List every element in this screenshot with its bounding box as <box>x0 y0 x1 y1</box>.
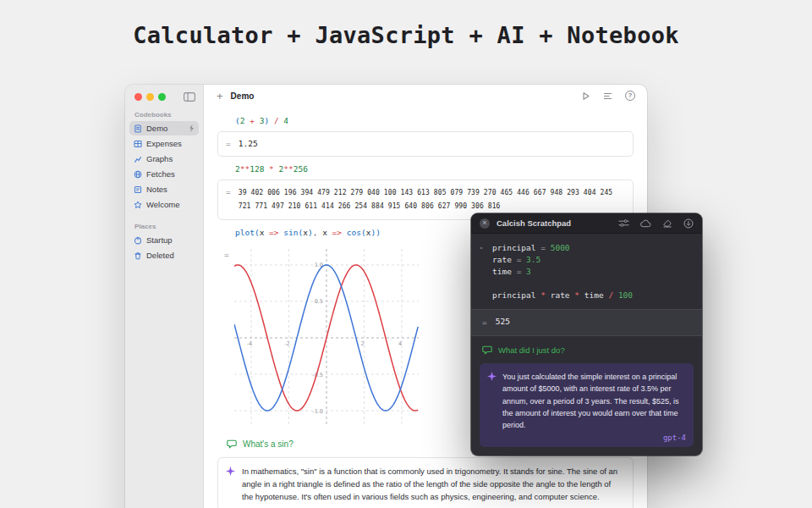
scratchpad-result-value: 525 <box>496 317 510 329</box>
sidebar-item-label: Deleted <box>146 251 195 260</box>
sidebar-item-fetches[interactable]: Fetches <box>129 167 199 181</box>
equals-sign: = <box>224 249 229 261</box>
scratchpad-code-line: principal = 5000 <box>492 242 570 254</box>
sidebar: Codebooks Demo Expenses <box>125 85 204 508</box>
sidebar-item-welcome[interactable]: Welcome <box>129 197 199 212</box>
sidebar-item-label: Expenses <box>146 139 195 148</box>
sidebar-toggle-icon[interactable] <box>184 92 195 102</box>
equals-sign: = <box>226 138 231 150</box>
model-badge: gpt-4 <box>502 433 686 442</box>
table-icon <box>134 140 142 148</box>
scratchpad-question[interactable]: What did I just do? <box>482 345 691 355</box>
sliders-icon[interactable] <box>618 218 629 228</box>
sidebar-item-label: Welcome <box>146 200 195 209</box>
sidebar-item-notes[interactable]: Notes <box>129 182 199 196</box>
scratchpad-result: = 525 <box>471 309 702 336</box>
plot-svg: -4-2241.00.5-0.5-1.0 <box>234 249 419 427</box>
question-text: What's a sin? <box>243 439 294 449</box>
svg-text:2: 2 <box>360 340 364 347</box>
scratchpad-question-text: What did I just do? <box>498 345 565 355</box>
sidebar-item-demo[interactable]: Demo <box>129 121 199 135</box>
note-icon <box>134 185 142 194</box>
result-value: 39 402 006 196 394 479 212 279 040 100 1… <box>239 186 624 213</box>
sidebar-item-startup[interactable]: Startup <box>129 233 199 247</box>
trash-icon <box>134 251 142 260</box>
zoom-window-button[interactable] <box>158 93 166 101</box>
scratchpad-code-line: rate = 3.5 <box>492 254 540 266</box>
sidebar-item-expenses[interactable]: Expenses <box>129 136 199 151</box>
result-cell: = 1.25 <box>217 131 634 157</box>
page-title: Calculator + JavaScript + AI + Notebook <box>0 22 812 48</box>
scratchpad-editor[interactable]: ▸ principal = 5000 rate = 3.5 time = 3 p… <box>471 234 702 456</box>
result-value: 1.25 <box>239 138 258 150</box>
window-controls <box>125 85 203 107</box>
star-icon <box>134 201 142 209</box>
download-icon[interactable] <box>683 218 694 229</box>
chart-icon <box>134 155 142 163</box>
sidebar-item-graphs[interactable]: Graphs <box>129 152 199 166</box>
scratchpad-title: Calcish Scratchpad <box>497 218 571 228</box>
equals-sign: = <box>482 317 487 329</box>
sidebar-item-label: Notes <box>146 185 195 194</box>
cloud-icon[interactable] <box>640 219 651 228</box>
scratchpad-ai-text: You just calculated the simple interest … <box>502 371 686 431</box>
svg-text:-4: -4 <box>247 340 252 347</box>
power-icon <box>134 236 142 245</box>
sidebar-section-places: Places <box>125 213 203 232</box>
sparkle-icon <box>226 467 235 476</box>
bolt-icon <box>189 124 195 132</box>
code-cell[interactable]: (2 + 3) / 4 <box>212 108 639 131</box>
scratchpad-ai-answer: You just calculated the simple interest … <box>480 363 694 447</box>
canvas: Calculator + JavaScript + AI + Notebook … <box>0 0 812 508</box>
close-window-button[interactable] <box>134 93 142 101</box>
sidebar-item-label: Graphs <box>146 154 195 163</box>
sidebar-section-codebooks: Codebooks <box>125 107 203 120</box>
sidebar-item-deleted[interactable]: Deleted <box>129 248 199 262</box>
svg-text:-2: -2 <box>284 340 289 347</box>
chat-icon <box>482 345 492 355</box>
code-cell[interactable]: 2**128 * 2**256 <box>212 157 639 179</box>
tab-title: Demo <box>231 91 255 101</box>
eraser-icon[interactable] <box>662 218 672 228</box>
svg-text:0.5: 0.5 <box>314 299 322 306</box>
sparkle-icon <box>487 372 497 381</box>
ai-answer-cell: In mathematics, "sin" is a function that… <box>217 457 634 508</box>
svg-text:4: 4 <box>398 340 402 347</box>
sidebar-item-label: Fetches <box>146 169 195 179</box>
help-icon[interactable]: ? <box>625 91 635 101</box>
globe-icon <box>134 170 142 179</box>
run-icon[interactable] <box>581 91 590 101</box>
scratchpad-code-line: principal * rate * time / 100 <box>492 290 633 301</box>
svg-text:-1.0: -1.0 <box>312 408 323 415</box>
scratchpad-window: × Calcish Scratchpad ▸ principal = 5000 <box>471 213 702 456</box>
document-icon <box>134 124 142 133</box>
sidebar-item-label: Startup <box>146 235 195 245</box>
chat-icon <box>227 439 237 449</box>
ai-answer-text: In mathematics, "sin" is a function that… <box>242 466 623 503</box>
scratchpad-titlebar: × Calcish Scratchpad <box>471 213 702 234</box>
tab-bar: + Demo ? <box>204 85 647 105</box>
minimize-window-button[interactable] <box>146 93 154 101</box>
scratchpad-code-line: time = 3 <box>492 266 531 278</box>
prompt-icon: ▸ <box>480 242 492 254</box>
close-icon[interactable]: × <box>480 218 490 229</box>
sidebar-item-label: Demo <box>146 124 184 133</box>
equals-sign: = <box>226 186 231 198</box>
add-tab-button[interactable]: + <box>217 91 223 102</box>
outline-icon[interactable] <box>603 91 612 101</box>
